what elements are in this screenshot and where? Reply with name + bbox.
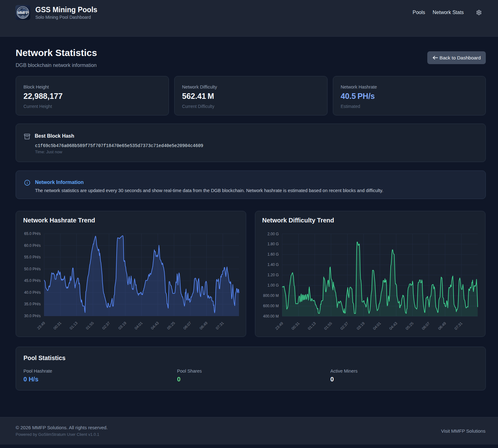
svg-text:23:49: 23:49: [36, 321, 46, 330]
svg-text:50.0 PH/s: 50.0 PH/s: [24, 267, 41, 271]
svg-text:1.00 G: 1.00 G: [267, 283, 279, 288]
svg-text:600.00 M: 600.00 M: [263, 304, 279, 308]
svg-text:40.0 PH/s: 40.0 PH/s: [24, 290, 41, 295]
svg-text:800.00 M: 800.00 M: [263, 293, 279, 298]
svg-text:07:31: 07:31: [454, 321, 463, 331]
svg-text:03:19: 03:19: [356, 321, 365, 331]
svg-text:1.40 G: 1.40 G: [267, 262, 279, 267]
svg-text:00:31: 00:31: [53, 321, 62, 330]
svg-text:02:37: 02:37: [101, 321, 111, 330]
svg-text:04:43: 04:43: [389, 321, 398, 331]
svg-text:2.00 G: 2.00 G: [267, 232, 279, 236]
svg-text:00:31: 00:31: [291, 321, 300, 331]
svg-text:01:55: 01:55: [85, 321, 95, 330]
svg-text:03:19: 03:19: [118, 321, 127, 330]
svg-text:05:25: 05:25: [166, 321, 176, 330]
svg-text:01:13: 01:13: [307, 321, 317, 331]
svg-text:60.0 PH/s: 60.0 PH/s: [24, 243, 41, 248]
svg-text:06:07: 06:07: [421, 321, 431, 331]
svg-text:65.0 PH/s: 65.0 PH/s: [24, 232, 41, 236]
svg-text:01:13: 01:13: [69, 321, 79, 330]
svg-text:55.0 PH/s: 55.0 PH/s: [24, 255, 41, 259]
svg-text:30.0 PH/s: 30.0 PH/s: [24, 314, 41, 318]
svg-text:04:43: 04:43: [150, 321, 160, 330]
svg-text:06:49: 06:49: [199, 321, 208, 330]
svg-text:06:07: 06:07: [182, 321, 192, 330]
svg-text:02:37: 02:37: [339, 321, 349, 331]
svg-text:04:01: 04:01: [372, 321, 382, 331]
svg-text:06:49: 06:49: [437, 321, 447, 331]
svg-text:400.00 M: 400.00 M: [263, 314, 279, 318]
svg-text:45.0 PH/s: 45.0 PH/s: [24, 278, 41, 283]
svg-text:1.20 G: 1.20 G: [267, 273, 279, 277]
svg-text:07:31: 07:31: [215, 321, 225, 330]
svg-text:MMFP: MMFP: [18, 11, 28, 15]
svg-text:05:25: 05:25: [405, 321, 414, 331]
svg-text:1.60 G: 1.60 G: [267, 252, 279, 257]
svg-text:1.80 G: 1.80 G: [267, 242, 279, 246]
svg-text:01:55: 01:55: [323, 321, 333, 331]
svg-text:35.0 PH/s: 35.0 PH/s: [24, 302, 41, 306]
svg-text:23:49: 23:49: [274, 321, 284, 331]
svg-text:04:01: 04:01: [134, 321, 143, 330]
